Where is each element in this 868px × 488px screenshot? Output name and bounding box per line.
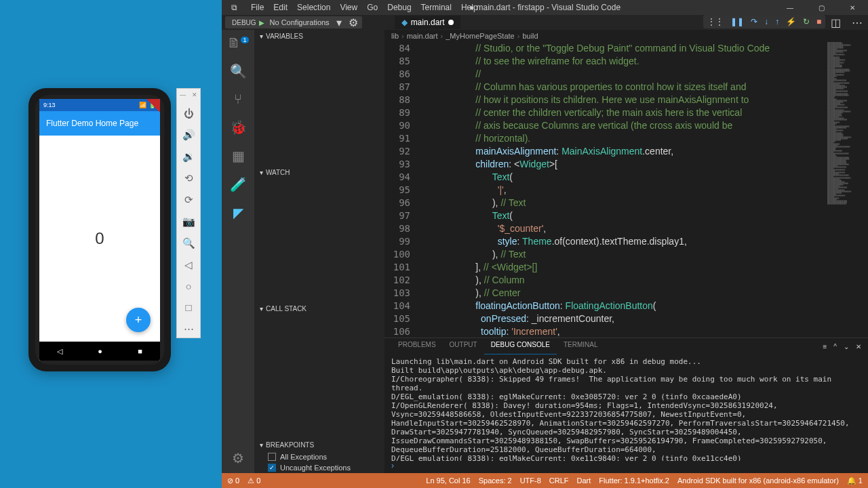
flutter-version[interactable]: Flutter: 1.9.1+hotfix.2 [599, 476, 669, 485]
settings-icon[interactable]: ⚙ [232, 450, 244, 466]
indentation[interactable]: Spaces: 2 [479, 476, 512, 485]
vscode-window: ⧉ FileEditSelectionViewGoDebugTerminalHe… [222, 0, 868, 488]
vscode-icon: ⧉ [227, 3, 241, 12]
panel-tab-terminal[interactable]: TERMINAL [557, 338, 605, 354]
callstack-header[interactable]: ▾ CALL STACK [254, 302, 384, 315]
test-icon[interactable]: 🧪 [230, 176, 247, 192]
debug-config-dropdown[interactable]: No Configurations [267, 18, 332, 26]
dirty-indicator [448, 20, 454, 25]
debug-console-input[interactable]: › [384, 461, 868, 473]
encoding[interactable]: UTF-8 [520, 476, 541, 485]
back-nav-icon[interactable]: ◁ [184, 259, 193, 271]
power-icon[interactable]: ⏻ [184, 108, 194, 119]
panel-tab-debug-console[interactable]: DEBUG CONSOLE [484, 338, 557, 354]
close-button[interactable]: ✕ [837, 0, 868, 15]
breadcrumb-item[interactable]: lib [391, 32, 399, 40]
stop-icon[interactable]: ■ [816, 17, 821, 26]
menu-selection[interactable]: Selection [292, 3, 335, 12]
minimize-button[interactable]: — [774, 0, 806, 15]
collapse-panel-icon[interactable]: ^ [833, 343, 837, 350]
zoom-icon[interactable]: 🔍 [182, 237, 195, 249]
home-nav-icon[interactable]: ○ [185, 281, 191, 292]
step-over-icon[interactable]: ↷ [751, 17, 757, 26]
menu-view[interactable]: View [335, 3, 362, 12]
phone-time: 9:13 [43, 102, 56, 108]
breadcrumb-item[interactable]: _MyHomePageState [446, 32, 515, 40]
menu-debug[interactable]: Debug [382, 3, 416, 12]
maximize-panel-icon[interactable]: ⌄ [844, 343, 849, 350]
variables-header[interactable]: ▾ VARIABLES [254, 30, 384, 43]
menu-edit[interactable]: Edit [269, 3, 292, 12]
volume-up-icon[interactable]: 🔊 [182, 129, 195, 141]
breadcrumb-item[interactable]: build [522, 32, 538, 40]
debug-icon[interactable]: 🐞 [230, 119, 247, 136]
breakpoints-header[interactable]: ▾ BREAKPOINTS [254, 439, 384, 451]
more-icon[interactable]: ⋯ [184, 323, 194, 335]
recents-button[interactable]: ■ [138, 347, 142, 355]
menu-terminal[interactable]: Terminal [416, 3, 456, 12]
cursor-position[interactable]: Ln 95, Col 16 [426, 476, 470, 485]
more-actions-icon[interactable]: ⋯ [852, 16, 863, 29]
watch-header[interactable]: ▾ WATCH [254, 166, 384, 179]
rotate-left-icon[interactable]: ⟲ [184, 172, 193, 184]
source-control-icon[interactable]: ⑂ [234, 92, 242, 107]
search-icon[interactable]: 🔍 [230, 63, 247, 79]
pause-icon[interactable]: ❚❚ [730, 17, 744, 26]
gear-icon[interactable]: ⚙ [349, 16, 358, 29]
overview-icon[interactable]: □ [185, 302, 191, 313]
chevron-down-icon[interactable]: ▾ [336, 16, 342, 29]
android-nav-bar: ◁ ● ■ [39, 342, 160, 361]
panel-tab-output[interactable]: OUTPUT [443, 338, 484, 354]
panel-tab-problems[interactable]: PROBLEMS [391, 338, 443, 354]
editor-tab[interactable]: ◆ main.dart [395, 16, 460, 29]
menu-file[interactable]: File [246, 3, 269, 12]
volume-down-icon[interactable]: 🔉 [182, 150, 195, 163]
language-mode[interactable]: Dart [577, 476, 591, 485]
device-selector[interactable]: Android SDK built for x86 (android-x86 e… [677, 476, 839, 485]
debug-action-bar[interactable]: ⋮⋮ ❚❚ ↷ ↓ ↑ ⚡ ↻ ■ [703, 15, 825, 28]
flutter-icon[interactable]: ◤ [233, 205, 243, 221]
step-into-icon[interactable]: ↓ [764, 17, 768, 26]
uncaught-exceptions-checkbox[interactable]: ✓Uncaught Exceptions [254, 462, 384, 473]
step-out-icon[interactable]: ↑ [775, 17, 779, 26]
close-panel-icon[interactable]: ✕ [856, 343, 861, 350]
phone-screen: 9:13 📶 🔋 Flutter Demo Home Page 0 + ◁ ● … [39, 99, 160, 361]
debug-console-output[interactable]: Launching lib\main.dart on Android SDK b… [384, 354, 868, 461]
title-bar: ⧉ FileEditSelectionViewGoDebugTerminalHe… [222, 0, 868, 15]
menu-go[interactable]: Go [362, 3, 382, 12]
debug-label: DEBUG [229, 19, 259, 26]
debug-ribbon [146, 99, 160, 113]
counter-text: 0 [95, 229, 104, 248]
hot-reload-icon[interactable]: ⚡ [786, 17, 796, 26]
bottom-panel: PROBLEMSOUTPUTDEBUG CONSOLETERMINAL ≡ ^ … [384, 338, 868, 473]
breadcrumb-item[interactable]: main.dart [407, 32, 438, 40]
home-button[interactable]: ● [98, 347, 102, 355]
phone-status-bar: 9:13 📶 🔋 [39, 99, 160, 111]
drag-handle-icon[interactable]: ⋮⋮ [707, 17, 724, 26]
minimize-icon[interactable]: — [180, 92, 186, 98]
emulator-toolbar: —✕ ⏻ 🔊 🔉 ⟲ ⟳ 📷 🔍 ◁ ○ □ ⋯ [176, 88, 201, 338]
notifications[interactable]: 🔔 1 [847, 476, 863, 485]
extensions-icon[interactable]: ▦ [232, 148, 245, 164]
status-warnings[interactable]: ⚠ 0 [248, 476, 260, 485]
code-editor[interactable]: 84 85 86 87 88 89 90 91 92 93 94 95 96 9… [384, 42, 868, 338]
tab-label: main.dart [411, 18, 445, 27]
clear-console-icon[interactable]: ≡ [823, 343, 827, 350]
minimap[interactable]: ███████████████████████ ████████████████… [827, 42, 868, 338]
explorer-icon[interactable]: 🗎1 [227, 35, 248, 51]
camera-icon[interactable]: 📷 [182, 216, 195, 228]
maximize-button[interactable]: ▢ [806, 0, 837, 15]
eol[interactable]: CRLF [549, 476, 569, 485]
restart-icon[interactable]: ↻ [803, 17, 810, 26]
all-exceptions-checkbox[interactable]: All Exceptions [254, 451, 384, 462]
close-icon[interactable]: ✕ [192, 92, 197, 98]
start-debug-icon[interactable]: ▶ [259, 19, 264, 26]
breadcrumb[interactable]: lib›main.dart›_MyHomePageState›build [384, 30, 868, 42]
back-button[interactable]: ◁ [57, 347, 62, 356]
split-editor-icon[interactable]: ◫ [831, 16, 841, 29]
window-title: ● main.dart - firstapp - Visual Studio C… [469, 3, 620, 12]
app-title: Flutter Demo Home Page [46, 119, 138, 128]
rotate-right-icon[interactable]: ⟳ [184, 194, 193, 206]
fab-button[interactable]: + [126, 308, 151, 332]
status-errors[interactable]: ⊘ 0 [227, 476, 239, 485]
